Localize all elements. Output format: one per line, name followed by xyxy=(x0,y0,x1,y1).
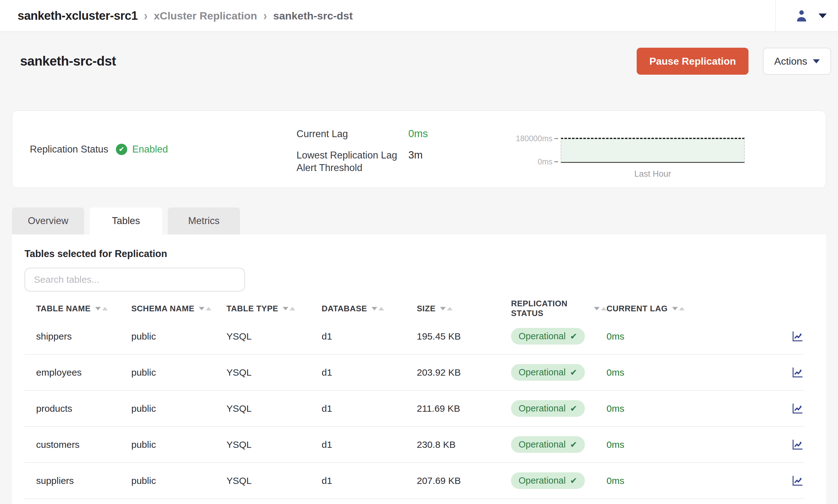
column-header-table-type[interactable]: TABLE TYPE xyxy=(226,304,321,313)
cell-schema-name: public xyxy=(131,439,226,450)
check-icon: ✔ xyxy=(570,403,577,414)
navbar-divider xyxy=(775,0,776,32)
cell-size: 203.92 KB xyxy=(417,367,511,378)
sort-icon[interactable] xyxy=(440,307,453,310)
tick-mark xyxy=(554,161,558,162)
tab-tables[interactable]: Tables xyxy=(90,208,162,234)
lag-graph-button[interactable] xyxy=(791,474,804,487)
cell-table-name: products xyxy=(36,403,131,414)
status-badge-label: Operational xyxy=(519,439,566,450)
pause-replication-button[interactable]: Pause Replication xyxy=(637,48,749,75)
page-title: sanketh-src-dst xyxy=(20,54,116,69)
lag-graph-button[interactable] xyxy=(791,438,804,451)
cell-size: 207.69 KB xyxy=(417,475,511,486)
actions-button[interactable]: Actions xyxy=(763,48,831,75)
status-badge: Operational ✔ xyxy=(511,436,585,453)
alert-threshold-label-line2: Alert Threshold xyxy=(297,162,363,173)
cell-current-lag: 0ms xyxy=(607,403,785,414)
current-lag-label: Current Lag xyxy=(297,128,408,140)
column-header-replication-status[interactable]: REPLICATION STATUS xyxy=(511,299,607,318)
cell-replication-status: Operational ✔ xyxy=(511,364,607,381)
tab-overview[interactable]: Overview xyxy=(12,208,84,234)
cell-table-name: employees xyxy=(36,367,131,378)
chart-y-max-label: 180000ms xyxy=(516,134,553,143)
table-row-employees: employees public YSQL d1 203.92 KB Opera… xyxy=(24,355,804,391)
status-badge-label: Operational xyxy=(519,475,566,486)
column-header-label: REPLICATION STATUS xyxy=(511,299,590,318)
user-icon[interactable] xyxy=(794,8,809,23)
chart-x-axis-label: Last Hour xyxy=(561,169,745,179)
cell-schema-name: public xyxy=(131,331,226,342)
sort-icon[interactable] xyxy=(95,307,108,310)
sort-icon[interactable] xyxy=(283,307,295,310)
line-chart-icon xyxy=(791,402,804,415)
column-header-current-lag[interactable]: CURRENT LAG xyxy=(607,304,785,313)
check-icon: ✔ xyxy=(570,440,577,450)
cell-size: 230.8 KB xyxy=(417,439,511,450)
tab-metrics[interactable]: Metrics xyxy=(168,208,240,234)
search-tables-input[interactable] xyxy=(24,268,245,291)
column-header-label: TABLE NAME xyxy=(36,304,91,313)
tick-mark xyxy=(554,138,558,139)
status-badge: Operational ✔ xyxy=(511,400,585,417)
navbar-user-area xyxy=(775,0,827,31)
breadcrumb-universe[interactable]: sanketh-xcluster-src1 xyxy=(18,9,138,23)
actions-caret-icon xyxy=(813,59,820,64)
lag-mini-chart: 180000ms 0ms Last Hour xyxy=(561,138,745,179)
column-header-size[interactable]: SIZE xyxy=(417,304,511,313)
cell-database: d1 xyxy=(321,403,417,414)
cell-schema-name: public xyxy=(131,475,226,486)
cell-database: d1 xyxy=(321,331,417,342)
cell-replication-status: Operational ✔ xyxy=(511,472,607,489)
line-chart-icon xyxy=(791,474,804,487)
cell-table-name: suppliers xyxy=(36,475,131,486)
replication-status-group: Replication Status ✔ Enabled xyxy=(30,111,168,188)
check-icon: ✔ xyxy=(570,367,577,378)
cell-schema-name: public xyxy=(131,403,226,414)
table-header-row: TABLE NAME SCHEMA NAME TABLE TYPE DATABA… xyxy=(24,299,804,319)
status-badge: Operational ✔ xyxy=(511,328,585,345)
cell-size: 211.69 KB xyxy=(417,403,511,414)
sort-icon[interactable] xyxy=(672,307,685,310)
cell-replication-status: Operational ✔ xyxy=(511,436,607,453)
lag-graph-button[interactable] xyxy=(791,402,804,415)
head-buttons: Pause Replication Actions xyxy=(637,48,831,75)
cell-size: 195.45 KB xyxy=(417,331,511,342)
cell-table-type: YSQL xyxy=(226,475,321,486)
sort-icon[interactable] xyxy=(371,307,384,310)
detail-tabs: Overview Tables Metrics xyxy=(12,208,826,234)
tables-section-heading: Tables selected for Replication xyxy=(24,248,804,259)
cell-replication-status: Operational ✔ xyxy=(511,328,607,345)
lag-graph-button[interactable] xyxy=(791,330,804,343)
lag-graph-button[interactable] xyxy=(791,366,804,379)
table-row-shippers: shippers public YSQL d1 195.45 KB Operat… xyxy=(24,319,804,355)
column-header-table-name[interactable]: TABLE NAME xyxy=(36,304,131,313)
sort-icon[interactable] xyxy=(594,307,607,310)
breadcrumb: sanketh-xcluster-src1 › xCluster Replica… xyxy=(18,9,775,23)
tables-panel: Tables selected for Replication TABLE NA… xyxy=(12,234,826,504)
column-header-database[interactable]: DATABASE xyxy=(321,304,417,313)
status-badge-label: Operational xyxy=(519,367,566,378)
user-menu-caret-icon[interactable] xyxy=(819,14,827,18)
check-icon: ✔ xyxy=(570,331,577,341)
cell-table-type: YSQL xyxy=(226,331,321,342)
cell-database: d1 xyxy=(321,367,417,378)
actions-button-label: Actions xyxy=(774,56,807,67)
replication-tables-table: TABLE NAME SCHEMA NAME TABLE TYPE DATABA… xyxy=(24,299,804,499)
cell-schema-name: public xyxy=(131,367,226,378)
replication-status-card: Replication Status ✔ Enabled Current Lag… xyxy=(12,110,826,188)
column-header-label: DATABASE xyxy=(321,304,367,313)
breadcrumb-xcluster-replication[interactable]: xCluster Replication xyxy=(154,10,257,22)
cell-current-lag: 0ms xyxy=(607,439,785,450)
page-head: sanketh-src-dst Pause Replication Action… xyxy=(0,32,838,75)
chart-y-max-tick: 180000ms xyxy=(516,134,558,143)
column-header-schema-name[interactable]: SCHEMA NAME xyxy=(131,304,226,313)
sort-icon[interactable] xyxy=(199,307,211,310)
cell-database: d1 xyxy=(321,475,417,486)
chevron-right-icon: › xyxy=(263,8,267,23)
replication-status-label: Replication Status xyxy=(30,144,108,155)
status-badge: Operational ✔ xyxy=(511,472,585,489)
alert-threshold-label-line1: Lowest Replication Lag xyxy=(297,150,397,161)
cell-table-type: YSQL xyxy=(226,403,321,414)
line-chart-icon xyxy=(791,438,804,451)
